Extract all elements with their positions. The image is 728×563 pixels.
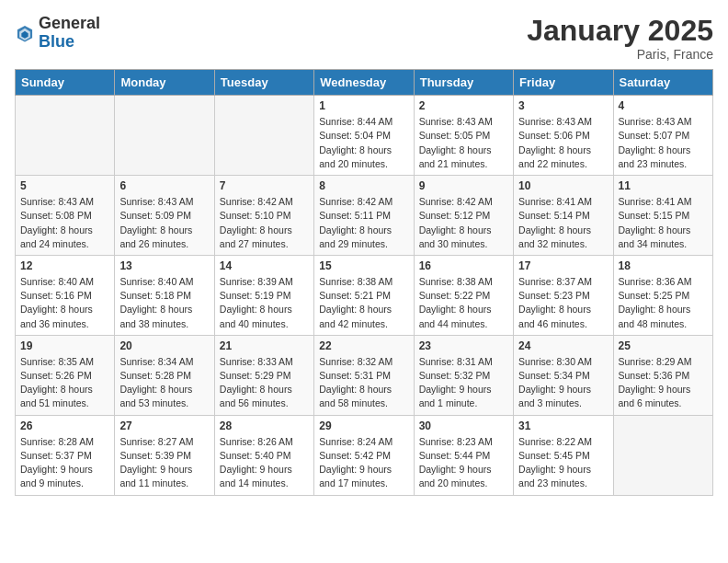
day-info: Sunrise: 8:43 AM Sunset: 5:09 PM Dayligh… (119, 195, 209, 251)
calendar-cell (16, 96, 115, 176)
day-number: 9 (419, 179, 508, 192)
weekday-header-tuesday: Tuesday (214, 70, 313, 96)
day-info: Sunrise: 8:43 AM Sunset: 5:05 PM Dayligh… (419, 115, 508, 171)
day-info: Sunrise: 8:41 AM Sunset: 5:14 PM Dayligh… (518, 195, 608, 251)
weekday-header-thursday: Thursday (414, 70, 513, 96)
day-number: 10 (518, 179, 608, 192)
day-number: 20 (119, 339, 209, 352)
day-info: Sunrise: 8:33 AM Sunset: 5:29 PM Dayligh… (220, 355, 309, 411)
calendar-cell: 15Sunrise: 8:38 AM Sunset: 5:21 PM Dayli… (314, 255, 414, 335)
day-info: Sunrise: 8:38 AM Sunset: 5:22 PM Dayligh… (419, 275, 508, 331)
day-info: Sunrise: 8:32 AM Sunset: 5:31 PM Dayligh… (319, 355, 408, 411)
calendar-cell: 10Sunrise: 8:41 AM Sunset: 5:14 PM Dayli… (514, 176, 613, 256)
logo-text: General Blue (39, 15, 100, 52)
day-info: Sunrise: 8:42 AM Sunset: 5:11 PM Dayligh… (319, 195, 408, 251)
day-info: Sunrise: 8:30 AM Sunset: 5:34 PM Dayligh… (518, 355, 608, 411)
calendar-cell: 13Sunrise: 8:40 AM Sunset: 5:18 PM Dayli… (115, 255, 214, 335)
day-number: 2 (419, 99, 508, 112)
title-block: January 2025 Paris, France (527, 15, 713, 62)
calendar-cell: 30Sunrise: 8:23 AM Sunset: 5:44 PM Dayli… (414, 415, 513, 495)
month-title: January 2025 (527, 15, 713, 47)
weekday-header-row: SundayMondayTuesdayWednesdayThursdayFrid… (16, 70, 713, 96)
calendar-cell: 31Sunrise: 8:22 AM Sunset: 5:45 PM Dayli… (514, 415, 613, 495)
calendar-cell: 3Sunrise: 8:43 AM Sunset: 5:06 PM Daylig… (514, 96, 613, 176)
calendar-cell: 20Sunrise: 8:34 AM Sunset: 5:28 PM Dayli… (115, 335, 214, 415)
day-number: 11 (619, 179, 708, 192)
calendar-cell: 18Sunrise: 8:36 AM Sunset: 5:25 PM Dayli… (613, 255, 712, 335)
calendar-cell (613, 415, 712, 495)
day-info: Sunrise: 8:41 AM Sunset: 5:15 PM Dayligh… (619, 195, 708, 251)
day-info: Sunrise: 8:29 AM Sunset: 5:36 PM Dayligh… (619, 355, 708, 411)
day-info: Sunrise: 8:24 AM Sunset: 5:42 PM Dayligh… (319, 435, 408, 491)
day-info: Sunrise: 8:35 AM Sunset: 5:26 PM Dayligh… (20, 355, 109, 411)
calendar-cell: 17Sunrise: 8:37 AM Sunset: 5:23 PM Dayli… (514, 255, 613, 335)
calendar-week-4: 19Sunrise: 8:35 AM Sunset: 5:26 PM Dayli… (16, 335, 713, 415)
calendar-cell: 22Sunrise: 8:32 AM Sunset: 5:31 PM Dayli… (314, 335, 414, 415)
calendar-cell: 6Sunrise: 8:43 AM Sunset: 5:09 PM Daylig… (115, 176, 214, 256)
day-info: Sunrise: 8:43 AM Sunset: 5:07 PM Dayligh… (619, 115, 708, 171)
day-info: Sunrise: 8:42 AM Sunset: 5:12 PM Dayligh… (419, 195, 508, 251)
calendar-cell: 8Sunrise: 8:42 AM Sunset: 5:11 PM Daylig… (314, 176, 414, 256)
day-number: 21 (220, 339, 309, 352)
calendar-cell: 14Sunrise: 8:39 AM Sunset: 5:19 PM Dayli… (214, 255, 313, 335)
day-number: 1 (319, 99, 408, 112)
calendar-cell (115, 96, 214, 176)
weekday-header-friday: Friday (514, 70, 613, 96)
day-number: 27 (119, 419, 209, 432)
calendar-cell: 1Sunrise: 8:44 AM Sunset: 5:04 PM Daylig… (314, 96, 414, 176)
calendar-cell: 9Sunrise: 8:42 AM Sunset: 5:12 PM Daylig… (414, 176, 513, 256)
calendar-cell: 29Sunrise: 8:24 AM Sunset: 5:42 PM Dayli… (314, 415, 414, 495)
day-number: 28 (220, 419, 309, 432)
calendar-cell: 21Sunrise: 8:33 AM Sunset: 5:29 PM Dayli… (214, 335, 313, 415)
day-number: 25 (619, 339, 708, 352)
calendar-cell: 26Sunrise: 8:28 AM Sunset: 5:37 PM Dayli… (16, 415, 115, 495)
calendar-week-3: 12Sunrise: 8:40 AM Sunset: 5:16 PM Dayli… (16, 255, 713, 335)
day-info: Sunrise: 8:44 AM Sunset: 5:04 PM Dayligh… (319, 115, 408, 171)
weekday-header-saturday: Saturday (613, 70, 712, 96)
calendar-cell (214, 96, 313, 176)
day-number: 17 (518, 259, 608, 272)
day-info: Sunrise: 8:37 AM Sunset: 5:23 PM Dayligh… (518, 275, 608, 331)
page-header: General Blue January 2025 Paris, France (15, 15, 713, 62)
location: Paris, France (527, 47, 713, 62)
logo-icon (15, 23, 35, 43)
calendar-cell: 5Sunrise: 8:43 AM Sunset: 5:08 PM Daylig… (16, 176, 115, 256)
day-info: Sunrise: 8:28 AM Sunset: 5:37 PM Dayligh… (20, 435, 109, 491)
day-info: Sunrise: 8:27 AM Sunset: 5:39 PM Dayligh… (119, 435, 209, 491)
calendar-cell: 27Sunrise: 8:27 AM Sunset: 5:39 PM Dayli… (115, 415, 214, 495)
calendar-cell: 7Sunrise: 8:42 AM Sunset: 5:10 PM Daylig… (214, 176, 313, 256)
day-number: 8 (319, 179, 408, 192)
day-number: 13 (119, 259, 209, 272)
day-number: 30 (419, 419, 508, 432)
calendar-week-2: 5Sunrise: 8:43 AM Sunset: 5:08 PM Daylig… (16, 176, 713, 256)
day-info: Sunrise: 8:40 AM Sunset: 5:18 PM Dayligh… (119, 275, 209, 331)
day-number: 31 (518, 419, 608, 432)
calendar-cell: 16Sunrise: 8:38 AM Sunset: 5:22 PM Dayli… (414, 255, 513, 335)
weekday-header-wednesday: Wednesday (314, 70, 414, 96)
day-info: Sunrise: 8:31 AM Sunset: 5:32 PM Dayligh… (419, 355, 508, 411)
day-number: 3 (518, 99, 608, 112)
day-number: 16 (419, 259, 508, 272)
day-info: Sunrise: 8:23 AM Sunset: 5:44 PM Dayligh… (419, 435, 508, 491)
calendar-cell: 19Sunrise: 8:35 AM Sunset: 5:26 PM Dayli… (16, 335, 115, 415)
day-info: Sunrise: 8:36 AM Sunset: 5:25 PM Dayligh… (619, 275, 708, 331)
day-info: Sunrise: 8:42 AM Sunset: 5:10 PM Dayligh… (220, 195, 309, 251)
day-info: Sunrise: 8:40 AM Sunset: 5:16 PM Dayligh… (20, 275, 109, 331)
day-number: 26 (20, 419, 109, 432)
day-info: Sunrise: 8:34 AM Sunset: 5:28 PM Dayligh… (119, 355, 209, 411)
calendar-table: SundayMondayTuesdayWednesdayThursdayFrid… (15, 69, 713, 495)
weekday-header-sunday: Sunday (16, 70, 115, 96)
calendar-cell: 2Sunrise: 8:43 AM Sunset: 5:05 PM Daylig… (414, 96, 513, 176)
logo: General Blue (15, 15, 100, 52)
day-number: 23 (419, 339, 508, 352)
day-number: 15 (319, 259, 408, 272)
day-number: 14 (220, 259, 309, 272)
day-info: Sunrise: 8:43 AM Sunset: 5:08 PM Dayligh… (20, 195, 109, 251)
day-info: Sunrise: 8:39 AM Sunset: 5:19 PM Dayligh… (220, 275, 309, 331)
calendar-cell: 11Sunrise: 8:41 AM Sunset: 5:15 PM Dayli… (613, 176, 712, 256)
day-number: 4 (619, 99, 708, 112)
day-number: 29 (319, 419, 408, 432)
day-number: 24 (518, 339, 608, 352)
day-number: 5 (20, 179, 109, 192)
day-info: Sunrise: 8:26 AM Sunset: 5:40 PM Dayligh… (220, 435, 309, 491)
